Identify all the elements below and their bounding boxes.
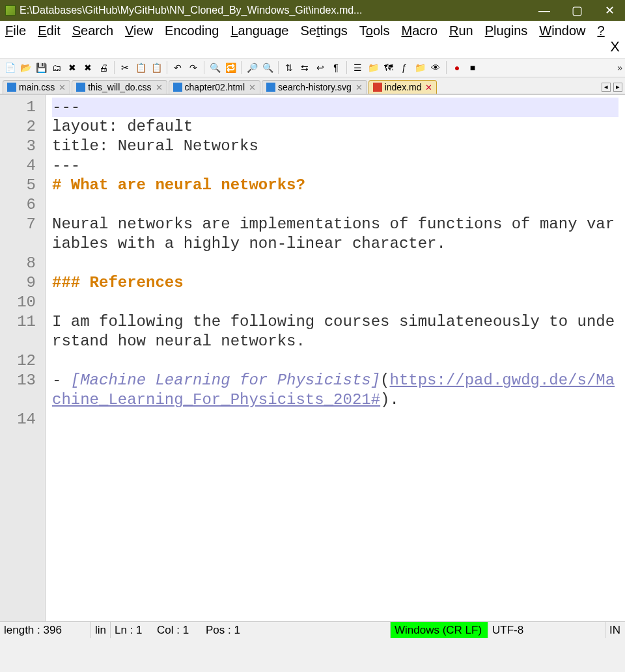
title-bar: E:\Databases\GitHub\MyGitHub\NN_Cloned_B… [0,0,625,21]
copy-icon[interactable]: 📋 [133,60,148,75]
cut-icon[interactable]: ✂ [118,60,132,75]
close-button[interactable]: ✕ [599,3,620,18]
status-bar: length : 396 lin Ln : 1 Col : 1 Pos : 1 … [0,621,625,638]
new-file-icon[interactable]: 📄 [3,60,17,75]
redo-icon[interactable]: ↷ [186,60,201,75]
menu-edit[interactable]: Edit [38,23,60,38]
status-pos: Pos : 1 [202,622,391,638]
minimize-button[interactable]: — [534,4,555,18]
menu-settings[interactable]: Settings [300,23,347,38]
menu-window[interactable]: Window [539,23,585,38]
folder2-icon[interactable]: 📁 [413,60,427,75]
zoom-out-icon[interactable]: 🔍 [260,60,275,75]
tab-bar: main.css✕ this_will_do.css✕ chapter02.ht… [0,77,625,94]
replace-icon[interactable]: 🔁 [223,60,238,75]
monitor-icon[interactable]: 👁 [428,60,443,75]
zoom-in-icon[interactable]: 🔎 [245,60,259,75]
tab-main-css[interactable]: main.css✕ [3,80,70,94]
show-all-chars-icon[interactable]: ¶ [329,60,343,75]
status-lines: lin [91,622,111,638]
close-all-icon[interactable]: ✖ [81,60,95,75]
disk-icon [76,83,85,92]
close-icon[interactable]: ✕ [59,83,66,92]
menu-search[interactable]: Search [72,23,113,38]
tab-scroll-right-icon[interactable]: ▸ [613,83,622,92]
tab-label: chapter02.html [185,82,245,92]
print-icon[interactable]: 🖨 [96,60,111,75]
code-area[interactable]: ---layout: defaulttitle: Neural Networks… [46,95,625,621]
close-icon[interactable]: ✕ [355,83,363,92]
tab-index-md[interactable]: index.md✕ [368,80,438,94]
sync-v-icon[interactable]: ⇅ [282,60,296,75]
record-icon[interactable]: ● [450,60,464,75]
toolbar-overflow-icon[interactable]: » [617,62,622,73]
folder-icon[interactable]: 📁 [366,60,380,75]
sync-h-icon[interactable]: ⇆ [298,60,312,75]
menu-run[interactable]: Run [449,23,473,38]
editor[interactable]: 1234567891011121314 ---layout: defaultti… [0,94,625,621]
tab-label: index.md [385,82,422,92]
doc-map-icon[interactable]: 🗺 [382,60,396,75]
close-icon[interactable]: ✕ [425,83,432,92]
tab-this-will-do-css[interactable]: this_will_do.css✕ [72,80,167,94]
tab-label: main.css [19,82,55,92]
menu-bar: File Edit Search View Encoding Language … [0,21,625,59]
menu-view[interactable]: View [125,23,153,38]
wrap-icon[interactable]: ↩ [313,60,327,75]
status-col: Col : 1 [153,622,202,638]
status-ins[interactable]: IN [605,622,625,638]
menu-plugins[interactable]: Plugins [485,23,528,38]
menu-tools[interactable]: Tools [359,23,390,38]
maximize-button[interactable]: ▢ [566,3,587,18]
tab-label: this_will_do.css [88,82,151,92]
menu-encoding[interactable]: Encoding [165,23,219,38]
disk-icon [7,83,16,92]
stop-icon[interactable]: ■ [465,60,480,75]
window-title: E:\Databases\GitHub\MyGitHub\NN_Cloned_B… [20,5,534,16]
function-list-icon[interactable]: ƒ [397,60,411,75]
tab-chapter02-html[interactable]: chapter02.html✕ [169,80,261,94]
tab-scroll-left-icon[interactable]: ◂ [602,83,611,92]
line-number-gutter: 1234567891011121314 [0,95,46,621]
toolbar: 📄 📂 💾 🗂 ✖ ✖ 🖨 ✂ 📋 📋 ↶ ↷ 🔍 🔁 🔎 🔍 ⇅ ⇆ ↩ ¶ … [0,59,625,77]
find-icon[interactable]: 🔍 [208,60,222,75]
tab-label: search-history.svg [278,82,352,92]
status-ln: Ln : 1 [111,622,153,638]
menu-language[interactable]: Language [230,23,288,38]
status-length: length : 396 [0,622,91,638]
indent-guide-icon[interactable]: ☰ [350,60,365,75]
status-encoding[interactable]: UTF-8 [488,622,605,638]
disk-icon [266,83,275,92]
undo-icon[interactable]: ↶ [171,60,185,75]
close-icon[interactable]: ✕ [156,83,163,92]
disk-icon [173,83,182,92]
menu-file[interactable]: File [5,23,26,38]
menu-help[interactable]: ? [598,23,605,38]
paste-icon[interactable]: 📋 [149,60,163,75]
app-icon [5,5,16,16]
disk-icon [373,83,382,92]
open-file-icon[interactable]: 📂 [18,60,33,75]
menu-macro[interactable]: Macro [401,23,438,38]
save-all-icon[interactable]: 🗂 [49,60,64,75]
status-eol[interactable]: Windows (CR LF) [391,622,488,638]
close-file-icon[interactable]: ✖ [65,60,79,75]
tab-search-history-svg[interactable]: search-history.svg✕ [262,80,367,94]
save-icon[interactable]: 💾 [34,60,48,75]
close-icon[interactable]: ✕ [249,83,256,92]
document-close-button[interactable]: X [610,38,620,55]
